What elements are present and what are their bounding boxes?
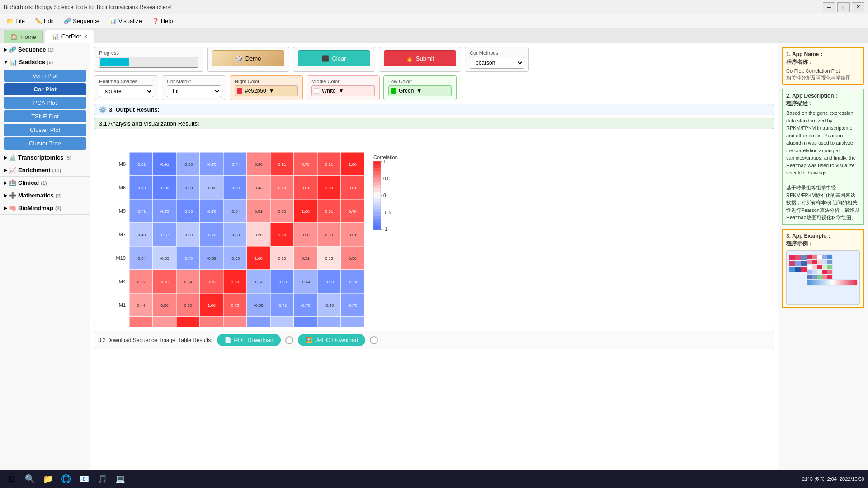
sidebar-header-clinical[interactable]: ▶ 🏥 Clinical (1) bbox=[0, 177, 90, 189]
svg-text:0.54: 0.54 bbox=[231, 327, 239, 327]
svg-rect-253 bbox=[789, 255, 795, 260]
sidebar-header-enrichment[interactable]: ▶ 📈 Enrichment (11) bbox=[0, 164, 90, 176]
taskbar-item-3[interactable]: 🎵 bbox=[94, 471, 110, 487]
svg-text:-1: -1 bbox=[383, 227, 387, 232]
mathematics-icon: ➕ bbox=[9, 192, 16, 199]
sidebar-header-transcriptomics[interactable]: ▶ 🔬 Transcriptomics (5) bbox=[0, 151, 90, 164]
heatmap-shapes-panel: Heatmap Shapes: square bbox=[94, 75, 158, 100]
taskbar-item-2[interactable]: 📧 bbox=[76, 471, 92, 487]
svg-rect-239 bbox=[373, 222, 381, 226]
svg-text:0.51: 0.51 bbox=[255, 209, 263, 214]
taskbar: ⊞ 🔍 📁 🌐 📧 🎵 💻 21°C 多云 2:04 2022/10/30 bbox=[0, 470, 868, 488]
high-color-select[interactable]: #e52b50 ▼ bbox=[235, 85, 298, 96]
svg-text:0.81: 0.81 bbox=[349, 186, 357, 190]
main-layout: ▶ 🧬 Sequence (1) ▼ 📊 Statistics (6) Venn… bbox=[0, 43, 868, 474]
tab-home[interactable]: 🏠 Home bbox=[4, 30, 43, 43]
sidebar-header-mathematics[interactable]: ▶ ➕ Mathematics (2) bbox=[0, 189, 90, 202]
enrichment-label: Enrichment bbox=[18, 167, 51, 174]
sidebar-btn-pca-plot[interactable]: PCA Plot bbox=[4, 97, 86, 109]
tab-corplot[interactable]: 📊 CorPlot ✕ bbox=[45, 30, 94, 43]
svg-rect-272 bbox=[822, 260, 827, 264]
sidebar-btn-cor-plot[interactable]: Cor Plot bbox=[4, 83, 86, 95]
statistics-section-count: (6) bbox=[47, 60, 53, 65]
sidebar-btn-cluster-plot[interactable]: Cluster Plot bbox=[4, 124, 86, 136]
jpeg-download-button[interactable]: 🖼️ JPEG Download bbox=[298, 334, 365, 346]
transcriptomics-icon: 🔬 bbox=[9, 154, 16, 161]
clear-button[interactable]: ⬛ Clear bbox=[298, 50, 370, 66]
window-controls: ─ □ ✕ bbox=[823, 2, 864, 12]
svg-rect-288 bbox=[827, 275, 832, 279]
low-color-select[interactable]: Green ▼ bbox=[388, 85, 452, 96]
middle-color-panel: Middle Color: White ▼ bbox=[307, 75, 380, 100]
svg-text:1.00: 1.00 bbox=[231, 280, 239, 284]
submit-button[interactable]: 🔥 Submit bbox=[384, 50, 456, 66]
corplot-icon: 📊 bbox=[52, 33, 59, 40]
menu-help[interactable]: ❓ Help bbox=[147, 17, 178, 25]
sequence-section-label: Sequence bbox=[18, 46, 46, 53]
pdf-download-button[interactable]: 📄 PDF Download bbox=[217, 334, 281, 346]
chevron-right-icon-2: ▶ bbox=[4, 155, 7, 160]
sidebar-btn-cluster-tree[interactable]: Cluster Tree bbox=[4, 137, 86, 150]
taskbar-item-4[interactable]: 💻 bbox=[112, 471, 128, 487]
statistics-section-label: Statistics bbox=[19, 59, 45, 66]
cor-matrix-select[interactable]: full bbox=[167, 85, 221, 97]
chevron-right-icon-4: ▶ bbox=[4, 180, 7, 185]
svg-rect-226 bbox=[373, 178, 381, 183]
taskbar-item-1[interactable]: 🌐 bbox=[58, 471, 74, 487]
high-color-panel: Hight Color: #e52b50 ▼ bbox=[230, 75, 303, 100]
svg-rect-282 bbox=[822, 270, 827, 274]
svg-text:-0.45: -0.45 bbox=[207, 186, 217, 190]
svg-text:M7: M7 bbox=[119, 232, 126, 237]
svg-text:0.53: 0.53 bbox=[325, 233, 333, 237]
svg-text:0.81: 0.81 bbox=[302, 186, 310, 190]
sequence-section-count: (1) bbox=[47, 47, 53, 52]
maximize-button[interactable]: □ bbox=[837, 2, 850, 12]
taskbar-start[interactable]: ⊞ bbox=[4, 471, 20, 487]
middle-color-value: White bbox=[322, 88, 336, 94]
visualize-icon: 📊 bbox=[109, 18, 117, 24]
demo-button[interactable]: 🎲 Demo bbox=[212, 50, 284, 66]
sidebar-header-statistics[interactable]: ▼ 📊 Statistics (6) bbox=[0, 56, 90, 68]
close-button[interactable]: ✕ bbox=[852, 2, 864, 12]
svg-text:0.51: 0.51 bbox=[349, 233, 357, 237]
sidebar-btn-tsne-plot[interactable]: TSNE Plot bbox=[4, 110, 86, 122]
svg-rect-225 bbox=[373, 175, 381, 179]
svg-text:-0.54: -0.54 bbox=[301, 280, 311, 284]
clinical-label: Clinical bbox=[18, 179, 39, 186]
pdf-radio[interactable] bbox=[285, 336, 293, 344]
sidebar-btn-venn-plot[interactable]: Venn Plot bbox=[4, 70, 86, 82]
clinical-icon: 🏥 bbox=[9, 179, 16, 186]
svg-text:0.75: 0.75 bbox=[302, 162, 310, 167]
progress-bar-fill bbox=[100, 58, 129, 66]
menu-sequence[interactable]: 🧬 Sequence bbox=[59, 17, 104, 25]
cor-matrix-panel: Cor Matrix: full bbox=[162, 75, 226, 100]
middle-color-select[interactable]: White ▼ bbox=[311, 85, 375, 96]
svg-text:0.51: 0.51 bbox=[302, 256, 310, 261]
sidebar-header-sequence[interactable]: ▶ 🧬 Sequence (1) bbox=[0, 43, 90, 56]
biomindmap-icon: 🧠 bbox=[9, 205, 16, 211]
menu-file[interactable]: 📁 File bbox=[2, 17, 29, 25]
svg-text:0.43: 0.43 bbox=[255, 186, 263, 190]
svg-text:-0.58: -0.58 bbox=[184, 162, 193, 167]
app-example-title: 3. App Example：程序示例： bbox=[786, 232, 860, 248]
menu-visualize[interactable]: 📊 Visualize bbox=[105, 17, 146, 25]
svg-rect-227 bbox=[373, 182, 381, 186]
taskbar-explorer[interactable]: 📁 bbox=[40, 471, 56, 487]
jpeg-radio[interactable] bbox=[370, 336, 378, 344]
svg-text:0.56: 0.56 bbox=[255, 162, 263, 167]
svg-text:1.00: 1.00 bbox=[302, 209, 310, 214]
sidebar-header-biomindmap[interactable]: ▶ 🧠 BioMindmap (4) bbox=[0, 202, 90, 214]
date-display: 2022/10/30 bbox=[840, 476, 864, 482]
svg-text:-0.54: -0.54 bbox=[231, 209, 240, 214]
svg-rect-257 bbox=[795, 261, 801, 266]
menu-edit[interactable]: ✏️ Edit bbox=[30, 17, 58, 25]
taskbar-search[interactable]: 🔍 bbox=[22, 471, 38, 487]
biomindmap-count: (4) bbox=[55, 206, 61, 211]
heatmap-shapes-select[interactable]: square bbox=[99, 85, 153, 97]
svg-text:0.20: 0.20 bbox=[278, 256, 286, 261]
svg-rect-228 bbox=[373, 185, 381, 189]
tab-close-icon[interactable]: ✕ bbox=[84, 33, 88, 39]
cor-methods-select[interactable]: pearson bbox=[470, 57, 524, 69]
clear-panel: ⬛ Clear bbox=[293, 47, 375, 72]
minimize-button[interactable]: ─ bbox=[823, 2, 835, 12]
